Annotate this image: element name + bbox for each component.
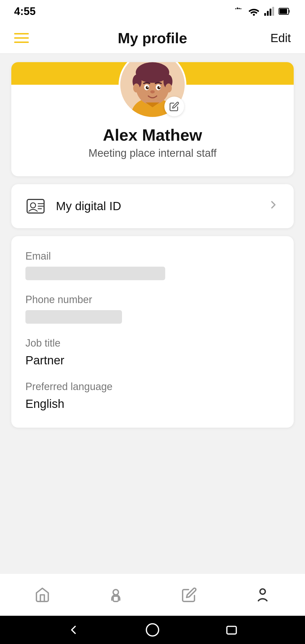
avatar-wrapper — [119, 62, 186, 119]
svg-rect-3 — [240, 8, 242, 9]
svg-point-31 — [113, 589, 119, 595]
job-title-field: Job title Partner — [25, 337, 280, 367]
status-bar: 4:55 — [0, 0, 305, 23]
android-home-button[interactable] — [144, 621, 161, 638]
page-title: My profile — [118, 30, 187, 47]
back-icon — [66, 623, 80, 637]
svg-rect-1 — [237, 8, 238, 9]
bottom-nav-badge[interactable] — [79, 574, 152, 616]
menu-button[interactable] — [14, 28, 34, 48]
svg-rect-35 — [227, 626, 236, 634]
phone-value-redacted — [25, 310, 122, 324]
svg-point-34 — [146, 624, 158, 636]
digital-id-card[interactable]: My digital ID — [11, 184, 294, 228]
svg-rect-6 — [270, 9, 271, 16]
svg-point-23 — [147, 86, 149, 88]
svg-rect-0 — [235, 8, 237, 9]
android-recents-button[interactable] — [223, 621, 240, 638]
battery-icon — [278, 6, 291, 16]
language-label: Preferred language — [25, 381, 280, 393]
status-icons — [234, 6, 291, 16]
digital-id-left: My digital ID — [25, 196, 121, 216]
svg-point-24 — [159, 86, 160, 88]
edit-button[interactable]: Edit — [271, 31, 291, 45]
info-card: Email Phone number Job title Partner Pre… — [11, 236, 294, 428]
svg-point-33 — [260, 589, 265, 594]
wifi-icon — [248, 6, 260, 16]
home-circle-icon — [145, 623, 160, 637]
language-value: English — [25, 397, 280, 411]
language-field: Preferred language English — [25, 381, 280, 411]
profile-name: Alex Mathew — [103, 125, 202, 144]
svg-rect-4 — [264, 13, 266, 16]
pencil-icon — [169, 101, 179, 112]
job-title-label: Job title — [25, 337, 280, 349]
digital-id-icon — [25, 196, 46, 216]
email-label: Email — [25, 250, 280, 262]
phone-field: Phone number — [25, 294, 280, 324]
home-icon — [34, 586, 51, 603]
bottom-nav — [0, 573, 305, 616]
svg-rect-9 — [280, 9, 287, 14]
avatar-edit-button[interactable] — [164, 97, 184, 116]
svg-point-25 — [150, 90, 155, 93]
svg-point-27 — [30, 203, 36, 208]
chevron-right-icon — [267, 199, 280, 214]
notification-icon — [234, 6, 244, 16]
job-title-value: Partner — [25, 354, 280, 367]
bottom-nav-profile[interactable] — [226, 574, 299, 616]
profile-card-body: Alex Mathew Meeting place internal staff — [11, 62, 294, 176]
svg-point-22 — [157, 86, 160, 89]
write-icon — [181, 586, 198, 603]
phone-label: Phone number — [25, 294, 280, 306]
menu-line-3 — [14, 42, 29, 43]
profile-icon — [254, 586, 271, 603]
recents-icon — [225, 623, 239, 637]
email-field: Email — [25, 250, 280, 280]
profile-card: Alex Mathew Meeting place internal staff — [11, 62, 294, 176]
svg-point-21 — [146, 86, 149, 89]
android-nav — [0, 616, 305, 644]
svg-rect-32 — [113, 596, 119, 601]
menu-line-1 — [14, 33, 29, 34]
svg-rect-5 — [267, 11, 269, 16]
profile-role: Meeting place internal staff — [88, 147, 216, 159]
main-content: Alex Mathew Meeting place internal staff — [0, 54, 305, 573]
menu-line-2 — [14, 37, 29, 39]
top-nav: My profile Edit — [0, 23, 305, 54]
svg-rect-7 — [272, 7, 274, 16]
digital-id-label: My digital ID — [56, 199, 121, 213]
bottom-nav-home[interactable] — [6, 574, 79, 616]
email-value-redacted — [25, 267, 165, 280]
screen: 4:55 — [0, 0, 305, 644]
svg-point-17 — [133, 83, 140, 92]
bottom-nav-edit[interactable] — [152, 574, 226, 616]
android-back-button[interactable] — [65, 621, 82, 638]
svg-point-18 — [165, 83, 172, 92]
signal-icon — [264, 6, 274, 16]
id-card-icon — [25, 196, 46, 216]
badge-icon — [107, 586, 124, 603]
status-time: 4:55 — [14, 5, 36, 18]
svg-rect-2 — [239, 8, 240, 9]
